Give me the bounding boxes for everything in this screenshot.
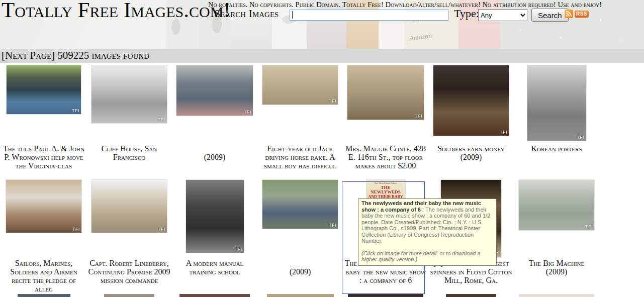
map-amazon-label-2: Amazon <box>409 32 432 43</box>
result-caption[interactable]: Capt. Robert Lineberry, Continuing Promi… <box>87 259 171 284</box>
thumbnail-area: TFI <box>343 65 428 144</box>
result-cell: TFICapt. Robert Lineberry, Continuing Pr… <box>86 180 172 294</box>
images-found-count: 509225 images found <box>57 49 149 61</box>
result-cell: TFIEight-year old Jack driving horse rak… <box>257 65 343 180</box>
result-caption[interactable]: Soldiers earn money (2009) <box>429 144 513 161</box>
search-button[interactable]: Search <box>531 9 569 22</box>
result-cell <box>514 294 599 297</box>
tooltip-note: (Click on image for more detail, or to d… <box>361 250 493 263</box>
thumbnail-area: TFI <box>172 65 257 144</box>
thumbnail-area: TFI <box>1 65 86 144</box>
result-cell: TFIA modern manual training school <box>172 180 257 294</box>
result-cell <box>257 294 343 297</box>
site-header: Amazon Amazon Totally Free Images.com! N… <box>0 0 644 49</box>
result-thumbnail-partial[interactable] <box>18 294 70 297</box>
result-caption[interactable]: Sailors, Marines, Soldiers and Airmen re… <box>2 259 85 293</box>
tfi-watermark: TFI <box>235 247 242 252</box>
tfi-watermark: TFI <box>72 108 79 113</box>
image-tooltip: The newlyweds and their baby the new mus… <box>358 199 497 266</box>
result-thumbnail[interactable]: TFI <box>527 65 586 141</box>
tfi-watermark: TFI <box>415 114 422 119</box>
thumbnail-area: TFI <box>172 180 257 259</box>
result-caption[interactable]: A modern manual training school <box>173 259 256 276</box>
thumbnail-area: TFI <box>257 65 343 144</box>
tfi-watermark: TFI <box>72 227 80 232</box>
result-thumbnail[interactable]: TFI <box>262 65 338 105</box>
tfi-watermark: TFI <box>577 135 585 140</box>
result-thumbnail-partial[interactable] <box>179 294 250 297</box>
result-thumbnail-partial[interactable] <box>348 294 423 297</box>
result-caption[interactable]: (2009) <box>173 144 256 161</box>
result-cell <box>1 294 86 297</box>
results-row-2: TFISailors, Marines, Soldiers and Airmen… <box>1 180 600 294</box>
result-thumbnail[interactable]: TFI <box>91 180 167 233</box>
result-thumbnail-partial[interactable] <box>104 294 154 297</box>
result-thumbnail[interactable]: TFI <box>519 180 594 230</box>
next-page-link[interactable]: [Next Page] <box>2 49 55 61</box>
type-select[interactable]: Any <box>478 9 527 21</box>
results-row-3-partial <box>1 294 600 297</box>
rss-feed-icon[interactable] <box>565 10 573 18</box>
result-caption[interactable]: (2009) <box>258 259 342 276</box>
result-thumbnail-partial[interactable] <box>519 294 594 297</box>
result-caption[interactable]: Eight-year old Jack driving horse rake. … <box>258 144 342 170</box>
thumbnail-area: TFI <box>514 65 599 144</box>
rss-arc-outer <box>566 11 572 17</box>
results-row-1: TFIThe tugs Paul A. & John P. Wronowski … <box>1 65 600 180</box>
result-thumbnail[interactable]: TFI <box>7 65 81 114</box>
thumbnail-area: TFI <box>86 65 172 144</box>
tfi-watermark: TFI <box>158 227 165 232</box>
result-thumbnail[interactable]: TFI <box>347 65 424 120</box>
result-cell <box>428 294 514 297</box>
text-cursor <box>292 11 293 19</box>
results-grid: TFIThe tugs Paul A. & John P. Wronowski … <box>1 65 600 297</box>
rss-badge[interactable]: RSS <box>575 11 589 18</box>
result-thumbnail-partial[interactable] <box>446 294 496 297</box>
totally-free-images-page: { "header": { "logo": "Totally Free Imag… <box>0 0 644 297</box>
tfi-watermark: TFI <box>500 130 507 135</box>
poster-text-line: THE NEWLYWEDS <box>366 185 405 194</box>
thumbnail-area: TFI <box>428 65 514 144</box>
result-thumbnail[interactable]: TFI <box>6 180 81 233</box>
result-cell: TFIKorean porters <box>514 65 599 180</box>
tfi-watermark: TFI <box>329 98 336 104</box>
tfi-watermark: TFI <box>585 224 593 229</box>
result-caption[interactable]: Korean porters <box>515 144 598 153</box>
thumbnail-area: TFI <box>514 180 599 259</box>
type-label: Type: <box>454 7 479 20</box>
result-caption[interactable]: Mrs. Maggie Conte, 428 E. 116th St., top… <box>344 144 427 170</box>
tfi-watermark: TFI <box>158 117 165 122</box>
result-thumbnail-partial[interactable] <box>267 294 334 297</box>
result-thumbnail[interactable]: TFI <box>262 180 338 229</box>
search-input[interactable] <box>290 10 448 21</box>
result-thumbnail[interactable]: TFI <box>91 65 167 123</box>
tfi-watermark: TFI <box>329 223 336 228</box>
result-cell: TFIThe Big Machine (2009) <box>514 180 599 294</box>
result-cell <box>343 294 428 297</box>
result-thumbnail[interactable]: TFI <box>433 65 509 136</box>
search-images-label: Search Images <box>214 7 279 20</box>
thumbnail-area: TFI <box>86 180 172 259</box>
result-cell: TFISailors, Marines, Soldiers and Airmen… <box>1 180 86 294</box>
thumbnail-area: TFI <box>1 180 86 259</box>
tfi-watermark: TFI <box>244 110 251 115</box>
result-cell: TFI (2009) <box>257 180 343 294</box>
result-cell <box>86 294 172 297</box>
result-cell: TFIMrs. Maggie Conte, 428 E. 116th St., … <box>343 65 428 180</box>
site-logo[interactable]: Totally Free Images.com! <box>2 0 231 23</box>
result-caption[interactable]: Cliff House, San Francisco <box>87 144 171 161</box>
result-cell <box>172 294 257 297</box>
result-caption[interactable]: The Big Machine (2009) <box>515 259 598 276</box>
result-thumbnail[interactable]: TFI <box>186 180 244 253</box>
poster-text: The New Music ShowTHE NEWLYWEDSAND THEIR… <box>366 180 405 199</box>
result-cell: TFICliff House, San Francisco <box>86 65 172 180</box>
result-cell: TFISoldiers earn money (2009) <box>428 65 514 180</box>
results-bar: [Next Page] 509225 images found <box>0 49 644 63</box>
result-caption[interactable]: The tugs Paul A. & John P. Wronowski hel… <box>2 144 85 170</box>
thumbnail-area: TFI <box>257 180 343 259</box>
result-cell: TFIThe tugs Paul A. & John P. Wronowski … <box>1 65 86 180</box>
result-thumbnail[interactable]: TFI <box>176 65 253 116</box>
result-cell: TFI (2009) <box>172 65 257 180</box>
